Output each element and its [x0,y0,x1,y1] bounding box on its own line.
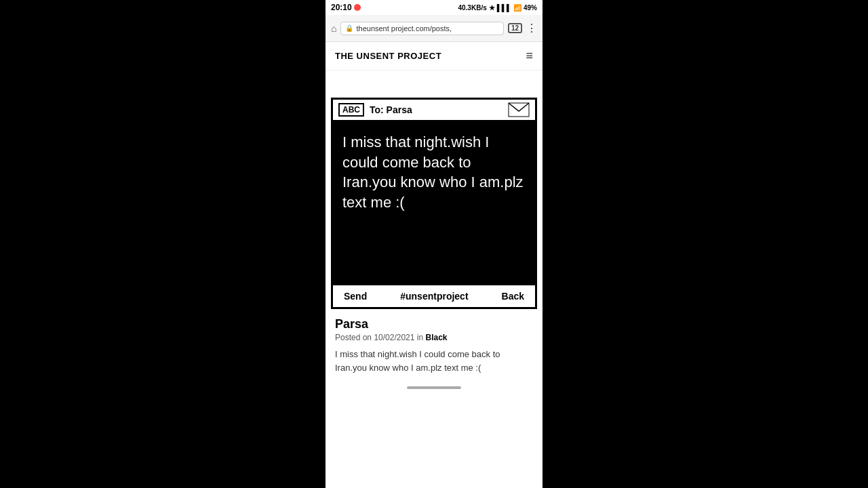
right-black-panel [542,0,868,488]
card-footer: Send #unsentproject Back [333,284,535,307]
post-category-label: in [417,333,423,342]
abc-badge: ABC [338,103,364,117]
status-right: 40.3KB/s ★ ▌▌▌ 📶 49% [458,4,537,12]
message-text: I miss that night.wish I could come back… [342,132,526,213]
to-label: To: Parsa [370,104,412,115]
home-button[interactable]: ⌂ [331,23,336,34]
bluetooth-icon: ★ [489,4,495,12]
site-header: THE UNSENT PROJECT ≡ [326,42,542,70]
left-black-panel [0,0,326,488]
card-body: I miss that night.wish I could come back… [333,121,535,284]
lock-icon: 🔒 [345,24,353,32]
url-text: theunsent project.com/posts, [356,24,452,33]
hashtag-label: #unsentproject [400,291,468,302]
scroll-bar [407,386,461,389]
header-spacer [326,70,542,98]
url-bar[interactable]: 🔒 theunsent project.com/posts, [340,22,503,35]
post-name: Parsa [335,317,533,331]
menu-dots-icon: ⋮ [526,22,537,34]
signal-icon: ▌▌▌ [497,4,511,12]
battery-icon: 49% [524,4,537,12]
data-speed: 40.3KB/s [458,4,486,12]
post-info: Parsa Posted on 10/02/2021 in Black I mi… [326,309,542,380]
wifi-icon: 📶 [513,4,521,12]
status-bar: 20:10 40.3KB/s ★ ▌▌▌ 📶 49% [326,0,542,15]
hamburger-menu-icon[interactable]: ≡ [526,49,533,63]
send-button[interactable]: Send [344,291,367,302]
phone-frame: 20:10 40.3KB/s ★ ▌▌▌ 📶 49% ⌂ 🔒 theunsent… [326,0,542,488]
scroll-indicator [326,380,542,392]
tab-count[interactable]: 12 [508,23,522,33]
status-time: 20:10 [331,3,352,12]
home-icon: ⌂ [331,23,336,34]
notification-dot [354,4,361,11]
page-fill [326,392,542,488]
browser-bar: ⌂ 🔒 theunsent project.com/posts, 12 ⋮ [326,15,542,42]
message-card: ABC To: Parsa I miss that night.wish I c… [331,98,537,309]
browser-menu-button[interactable]: ⋮ [526,22,537,35]
post-meta: Posted on 10/02/2021 in Black [335,333,533,342]
back-button[interactable]: Back [502,291,524,302]
post-date: 10/02/2021 [374,333,414,342]
card-header: ABC To: Parsa [333,100,535,121]
status-left: 20:10 [331,3,361,12]
post-color: Black [425,333,447,342]
site-title: THE UNSENT PROJECT [335,51,441,61]
envelope-icon [508,102,530,117]
post-body: I miss that night.wish I could come back… [335,348,533,374]
